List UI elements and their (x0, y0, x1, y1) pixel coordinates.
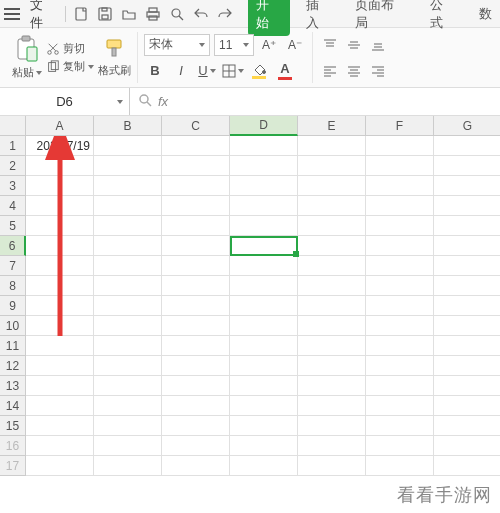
cell-G14[interactable] (434, 396, 500, 416)
cell-G7[interactable] (434, 256, 500, 276)
copy-button[interactable]: 复制 (46, 59, 94, 74)
cell-E14[interactable] (298, 396, 366, 416)
cell-B8[interactable] (94, 276, 162, 296)
redo-icon[interactable] (216, 5, 234, 23)
cell-F10[interactable] (366, 316, 434, 336)
cell-D15[interactable] (230, 416, 298, 436)
column-header-A[interactable]: A (26, 116, 94, 136)
save-icon[interactable] (96, 5, 114, 23)
cell-G10[interactable] (434, 316, 500, 336)
cell-F6[interactable] (366, 236, 434, 256)
font-color-button[interactable]: A (274, 60, 296, 82)
cell-B6[interactable] (94, 236, 162, 256)
format-painter-button[interactable]: 格式刷 (98, 37, 131, 78)
cell-B5[interactable] (94, 216, 162, 236)
cell-B12[interactable] (94, 356, 162, 376)
column-header-F[interactable]: F (366, 116, 434, 136)
paste-button[interactable]: 粘贴 (12, 35, 42, 80)
new-file-icon[interactable] (72, 5, 90, 23)
cell-G16[interactable] (434, 436, 500, 456)
cell-B4[interactable] (94, 196, 162, 216)
row-header-2[interactable]: 2 (0, 156, 26, 176)
row-header-7[interactable]: 7 (0, 256, 26, 276)
cell-A3[interactable] (26, 176, 94, 196)
cell-G1[interactable] (434, 136, 500, 156)
cell-D7[interactable] (230, 256, 298, 276)
align-left-button[interactable] (319, 60, 341, 82)
cell-A8[interactable] (26, 276, 94, 296)
select-all-corner[interactable] (0, 116, 26, 136)
tab-page-layout[interactable]: 页面布局 (347, 0, 414, 36)
row-header-16[interactable]: 16 (0, 436, 26, 456)
align-middle-button[interactable] (343, 34, 365, 56)
cell-E12[interactable] (298, 356, 366, 376)
cell-D11[interactable] (230, 336, 298, 356)
cell-G8[interactable] (434, 276, 500, 296)
border-button[interactable] (222, 60, 244, 82)
cell-B14[interactable] (94, 396, 162, 416)
tab-insert[interactable]: 插入 (298, 0, 339, 36)
cell-D14[interactable] (230, 396, 298, 416)
cell-F12[interactable] (366, 356, 434, 376)
cell-C6[interactable] (162, 236, 230, 256)
cell-E16[interactable] (298, 436, 366, 456)
cell-E17[interactable] (298, 456, 366, 476)
cell-G5[interactable] (434, 216, 500, 236)
column-header-D[interactable]: D (230, 116, 298, 136)
increase-font-button[interactable]: A⁺ (258, 34, 280, 56)
cell-F13[interactable] (366, 376, 434, 396)
cell-G2[interactable] (434, 156, 500, 176)
file-menu[interactable]: 文件 (26, 0, 60, 32)
undo-icon[interactable] (192, 5, 210, 23)
cell-B3[interactable] (94, 176, 162, 196)
cell-A2[interactable] (26, 156, 94, 176)
print-preview-icon[interactable] (168, 5, 186, 23)
cell-C13[interactable] (162, 376, 230, 396)
cell-D9[interactable] (230, 296, 298, 316)
cell-B17[interactable] (94, 456, 162, 476)
cancel-formula-icon[interactable] (138, 93, 152, 110)
cell-E13[interactable] (298, 376, 366, 396)
cell-C7[interactable] (162, 256, 230, 276)
cell-G12[interactable] (434, 356, 500, 376)
cell-D8[interactable] (230, 276, 298, 296)
cell-B1[interactable] (94, 136, 162, 156)
cell-F14[interactable] (366, 396, 434, 416)
fill-color-button[interactable] (248, 60, 270, 82)
cell-D17[interactable] (230, 456, 298, 476)
cell-D2[interactable] (230, 156, 298, 176)
cell-G4[interactable] (434, 196, 500, 216)
cell-F16[interactable] (366, 436, 434, 456)
cell-A4[interactable] (26, 196, 94, 216)
row-header-17[interactable]: 17 (0, 456, 26, 476)
open-icon[interactable] (120, 5, 138, 23)
row-header-8[interactable]: 8 (0, 276, 26, 296)
cell-C10[interactable] (162, 316, 230, 336)
cell-C15[interactable] (162, 416, 230, 436)
tab-home[interactable]: 开始 (248, 0, 289, 36)
cell-F9[interactable] (366, 296, 434, 316)
italic-button[interactable]: I (170, 60, 192, 82)
fx-label[interactable]: fx (158, 94, 168, 109)
bold-button[interactable]: B (144, 60, 166, 82)
cell-F5[interactable] (366, 216, 434, 236)
row-header-6[interactable]: 6 (0, 236, 26, 256)
cell-E10[interactable] (298, 316, 366, 336)
cell-G15[interactable] (434, 416, 500, 436)
row-header-5[interactable]: 5 (0, 216, 26, 236)
tab-data[interactable]: 数 (471, 1, 500, 27)
cell-E3[interactable] (298, 176, 366, 196)
column-header-B[interactable]: B (94, 116, 162, 136)
cell-F4[interactable] (366, 196, 434, 216)
cell-G9[interactable] (434, 296, 500, 316)
cell-A12[interactable] (26, 356, 94, 376)
cell-D10[interactable] (230, 316, 298, 336)
cell-C2[interactable] (162, 156, 230, 176)
cell-G6[interactable] (434, 236, 500, 256)
cell-C4[interactable] (162, 196, 230, 216)
tab-formulas[interactable]: 公式 (422, 0, 463, 36)
cell-A7[interactable] (26, 256, 94, 276)
cell-D1[interactable] (230, 136, 298, 156)
cell-A13[interactable] (26, 376, 94, 396)
cell-A5[interactable] (26, 216, 94, 236)
